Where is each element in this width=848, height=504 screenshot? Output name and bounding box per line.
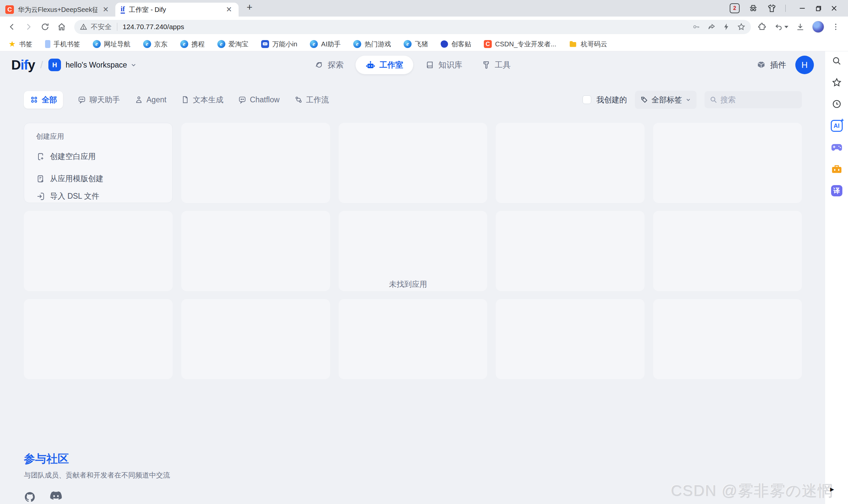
bookmark-item[interactable]: eAI助手 [310,40,341,49]
apps-grid: 创建应用 创建空白应用 从应用模版创建 [24,123,802,379]
close-window-button[interactable] [826,1,842,16]
url-text[interactable]: 124.70.77.240/apps [123,23,689,31]
bookmark-item[interactable]: e京东 [143,40,168,49]
dify-content: Dify / H hello's Workspace 探索 [0,51,825,504]
omnibox-separator [117,23,117,31]
chatflow-icon [238,95,246,104]
robot-icon [365,60,376,70]
bookmark-item[interactable]: e携程 [180,40,205,49]
bookmark-item[interactable]: e爱淘宝 [218,40,248,49]
bookmark-item[interactable]: e网址导航 [93,40,131,49]
bookmark-item[interactable]: CCSDN_专业开发者... [484,40,556,49]
tab-dify-studio[interactable]: if 工作室 - Dify ✕ [115,3,239,17]
csdn-watermark: CSDN @雾非雾の迷惘 [671,481,833,501]
workflow-icon [294,95,303,104]
filter-right: 我创建的 全部标签 [583,91,802,109]
import-dsl-button[interactable]: 导入 DSL 文件 [36,187,160,205]
tool-icon [482,60,491,70]
restore-pages-button[interactable] [774,22,789,32]
tab-all[interactable]: 全部 [24,91,63,109]
search-box[interactable] [705,91,802,108]
lightning-icon[interactable] [722,23,730,31]
sidebar-games-icon[interactable] [831,142,842,153]
tab-csdn-article[interactable]: C 华为云Flexus+DeepSeek征文 | 云 ✕ [0,3,115,17]
menu-dots-icon[interactable] [831,22,840,31]
dify-header: Dify / H hello's Workspace 探索 [0,51,825,78]
csdn-icon: C [484,40,492,48]
nav-explore[interactable]: 探索 [307,56,351,74]
address-bar[interactable]: 不安全 124.70.77.240/apps [74,20,751,34]
tab-chatflow[interactable]: Chatflow [238,95,279,104]
tab-workflow[interactable]: 工作流 [294,95,329,105]
plugin-box-icon [756,60,766,70]
minimize-button[interactable] [794,1,810,16]
maximize-button[interactable] [810,1,826,16]
reload-button[interactable] [38,20,52,34]
dify-page: Dify / H hello's Workspace 探索 [0,51,848,504]
globe-e-icon: e [93,40,101,48]
tshirt-icon[interactable] [767,3,777,13]
bookmark-star-icon[interactable] [737,22,746,31]
sidebar-briefcase-icon[interactable] [831,164,842,175]
github-icon[interactable] [24,491,36,503]
profile-avatar[interactable] [812,21,824,33]
tab-close-icon[interactable]: ✕ [225,5,233,14]
sidebar-search-icon[interactable] [831,55,842,67]
incognito-spy-icon[interactable] [748,3,758,13]
tab-agent[interactable]: Agent [135,95,166,104]
nav-tools[interactable]: 工具 [474,56,518,74]
create-from-template-button[interactable]: 从应用模版创建 [36,170,160,187]
folder-icon [569,40,577,48]
community-section: 参与社区 与团队成员、贡献者和开发者在不同频道中交流 [24,451,170,503]
extensions-puzzle-icon[interactable] [758,22,767,32]
browser-side-panel: AI 译 [825,51,848,504]
password-key-icon[interactable] [692,22,700,31]
forward-button[interactable] [21,20,36,34]
bookmark-item[interactable]: 创客贴 [441,40,471,49]
tab-counter-badge[interactable]: 2 [730,3,740,13]
nav-knowledge[interactable]: 知识库 [418,56,470,74]
community-links [24,491,170,503]
create-blank-app-button[interactable]: 创建空白应用 [36,148,160,165]
dify-main-nav: 探索 工作室 知识库 [307,56,518,74]
sidebar-history-icon[interactable] [831,98,842,110]
community-subtitle: 与团队成员、贡献者和开发者在不同频道中交流 [24,471,170,480]
new-tab-button[interactable]: + [243,1,256,14]
app-card-placeholder [496,211,644,291]
app-type-tabs: 全部 聊天助手 Agent [24,91,329,109]
user-avatar[interactable]: H [795,56,814,74]
tab-text-generation[interactable]: 文本生成 [181,95,223,105]
bookmark-item[interactable]: 杭哥码云 [569,40,607,49]
app-card-placeholder [339,123,487,203]
search-input[interactable] [721,95,797,104]
tab-chat-assistant[interactable]: 聊天助手 [77,95,120,105]
nav-studio[interactable]: 工作室 [356,56,413,74]
bookmark-item[interactable]: e热门游戏 [353,40,391,49]
sidebar-ai-icon[interactable]: AI [831,120,843,132]
back-button[interactable] [5,20,19,34]
csdn-favicon-icon: C [5,5,14,14]
sidebar-translate-icon[interactable]: 译 [831,185,842,196]
discord-icon[interactable] [50,491,62,503]
created-by-me-label[interactable]: 我创建的 [596,95,627,105]
breadcrumb-separator: / [40,59,43,71]
home-button[interactable] [54,20,69,34]
bookmark-item[interactable]: 手机书签 [45,40,80,49]
tag-icon [640,96,648,104]
star-icon: ★ [8,39,16,49]
plugins-button[interactable]: 插件 [756,60,786,70]
tag-filter-dropdown[interactable]: 全部标签 [635,91,696,109]
share-icon[interactable] [707,22,716,31]
bookmark-item[interactable]: ★书签 [8,39,33,49]
workspace-name[interactable]: hello's Workspace [66,60,127,70]
security-label[interactable]: 不安全 [91,22,112,32]
chevron-down-icon[interactable] [130,61,137,68]
workspace-badge[interactable]: H [48,59,61,71]
sidebar-favorites-icon[interactable] [831,77,842,88]
dify-logo[interactable]: Dify [11,58,35,73]
bookmark-item[interactable]: e飞猪 [404,40,428,49]
tab-close-icon[interactable]: ✕ [101,5,110,14]
bookmark-item[interactable]: 万能小in [261,40,298,49]
created-by-me-checkbox[interactable] [583,95,591,104]
download-icon[interactable] [796,22,805,32]
